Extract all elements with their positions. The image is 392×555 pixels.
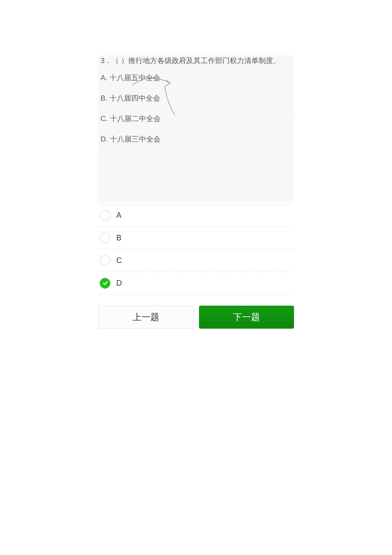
answer-option-c[interactable]: C — [98, 249, 294, 272]
answer-label: A — [116, 211, 121, 220]
answer-list: A B C D — [98, 204, 294, 295]
question-number: 3． — [101, 57, 112, 65]
answer-label: B — [116, 234, 121, 243]
answer-option-d[interactable]: D — [98, 272, 294, 295]
radio-icon — [100, 210, 110, 221]
answer-option-b[interactable]: B — [98, 227, 294, 249]
question-option-a: A. 十八届五中全会 — [101, 73, 291, 83]
question-option-d: D. 十八届三中全会 — [101, 135, 291, 144]
radio-selected-icon — [100, 278, 110, 289]
question-option-c: C. 十八届二中全会 — [101, 114, 291, 124]
radio-icon — [100, 255, 110, 266]
prev-button[interactable]: 上一题 — [98, 306, 194, 329]
next-button[interactable]: 下一题 — [199, 306, 294, 329]
question-text-content: （ ）推行地方各级政府及其工作部门权力清单制度。 — [112, 57, 280, 65]
quiz-container: 3．（ ）推行地方各级政府及其工作部门权力清单制度。 A. 十八届五中全会 B.… — [98, 0, 294, 329]
question-options-block: A. 十八届五中全会 B. 十八届四中全会 C. 十八届二中全会 D. 十八届三… — [98, 66, 294, 144]
answer-option-a[interactable]: A — [98, 204, 294, 227]
radio-icon — [100, 233, 110, 243]
question-option-b: B. 十八届四中全会 — [101, 94, 291, 103]
answer-label: D — [116, 279, 122, 288]
checkmark-icon — [102, 280, 108, 286]
question-panel: 3．（ ）推行地方各级政府及其工作部门权力清单制度。 A. 十八届五中全会 B.… — [98, 55, 294, 202]
question-stem: 3．（ ）推行地方各级政府及其工作部门权力清单制度。 — [98, 55, 294, 66]
answer-label: C — [116, 256, 122, 265]
navigation-buttons: 上一题 下一题 — [98, 306, 294, 329]
